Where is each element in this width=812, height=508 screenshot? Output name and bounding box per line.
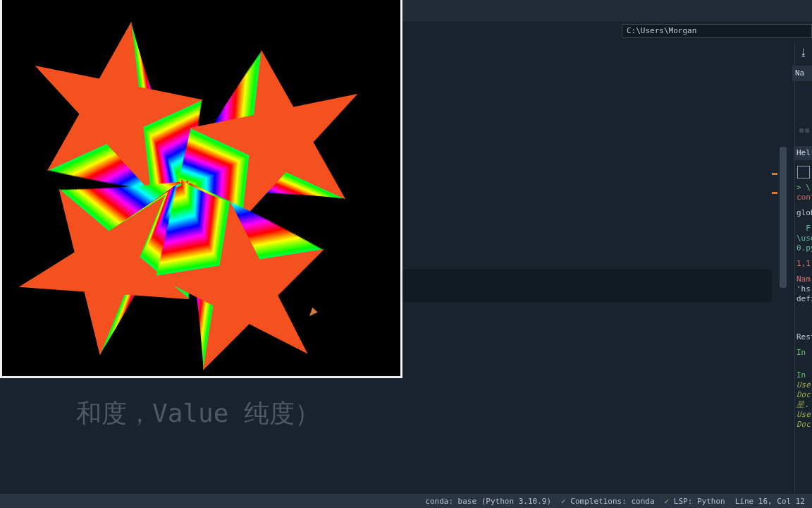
turtle-canvas: [2, 0, 400, 376]
download-icon[interactable]: ⭳: [797, 46, 810, 59]
console-fragment[interactable]: > \ conf glob F \use 0.py 1,1 Nam 'hs' d…: [796, 166, 812, 462]
status-bar: conda: base (Python 3.10.9) Completions:…: [0, 494, 812, 508]
working-dir-field[interactable]: C:\Users\Morgan: [622, 24, 812, 38]
editor-scrollbar[interactable]: [780, 83, 787, 478]
console-options-icon[interactable]: [797, 166, 810, 179]
status-env[interactable]: conda: base (Python 3.10.9): [425, 497, 551, 506]
minimap-mark: [772, 192, 777, 194]
code-comment: 和度，Value 纯度）: [76, 399, 320, 428]
status-completions[interactable]: Completions: conda: [561, 497, 654, 506]
minimap-mark: [772, 173, 777, 175]
status-cursor: Line 16, Col 12: [735, 497, 805, 506]
variable-explorer-header[interactable]: Na: [792, 66, 812, 81]
code-editor[interactable]: 和度，Value 纯度） c = colorsys.hsv_to_rgb(h,1…: [76, 334, 534, 508]
turtle-window[interactable]: [0, 0, 402, 378]
mini-scroll-dots: [796, 128, 812, 137]
status-lsp[interactable]: LSP: Python: [665, 497, 725, 506]
help-tab[interactable]: Hel: [794, 146, 812, 160]
title-bar-fragment: [402, 0, 812, 21]
